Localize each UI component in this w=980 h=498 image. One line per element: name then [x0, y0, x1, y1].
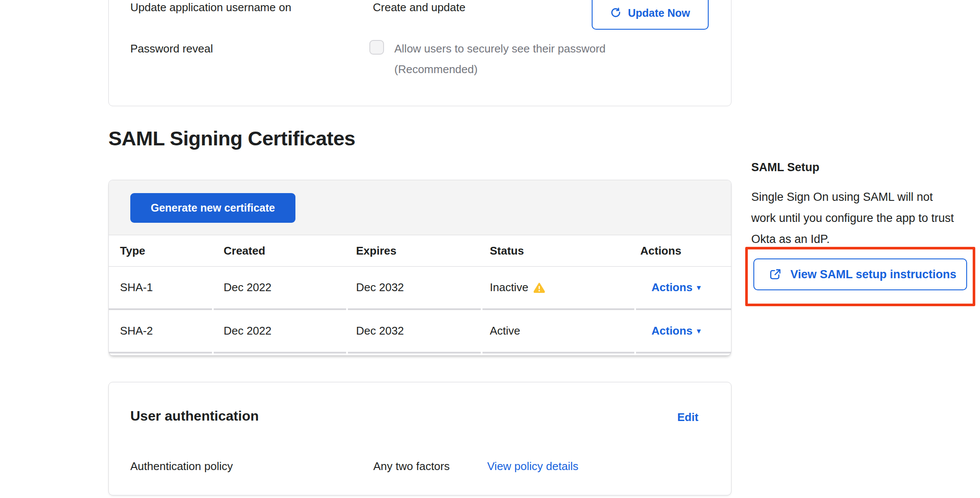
authentication-policy-value: Any two factors [373, 460, 450, 473]
cell-type: SHA-1 [109, 281, 213, 294]
column-header-type: Type [109, 244, 213, 258]
page: Update application username on Create an… [0, 0, 980, 498]
username-update-label: Update application username on [130, 0, 291, 14]
actions-dropdown[interactable]: Actions ▾ [635, 324, 731, 338]
username-update-value: Create and update [373, 0, 465, 14]
warning-icon [534, 283, 545, 293]
caret-down-icon: ▾ [697, 327, 701, 335]
saml-setup-description: Single Sign On using SAML will not work … [751, 187, 957, 250]
refresh-icon [610, 7, 622, 19]
column-header-expires: Expires [347, 244, 482, 258]
cell-type: SHA-2 [109, 324, 213, 338]
actions-label: Actions [651, 281, 692, 294]
saml-setup-title: SAML Setup [751, 161, 820, 174]
authentication-policy-label: Authentication policy [130, 460, 233, 473]
certificates-card-header: Generate new certificate [109, 180, 731, 235]
actions-dropdown[interactable]: Actions ▾ [635, 281, 731, 294]
status-text: Active [490, 324, 520, 338]
view-policy-details-link[interactable]: View policy details [487, 460, 578, 473]
cell-created: Dec 2022 [213, 324, 347, 338]
cell-status: Inactive [482, 281, 635, 294]
page-title: SAML Signing Certificates [108, 126, 355, 150]
cell-created: Dec 2022 [213, 281, 347, 294]
table-row-sha2: SHA-2 Dec 2022 Dec 2032 Active Actions ▾ [109, 310, 731, 352]
password-reveal-recommended-label: (Recommended) [394, 62, 478, 76]
password-reveal-checkbox-label: Allow users to securely see their passwo… [394, 42, 605, 55]
table-row-sha1: SHA-1 Dec 2022 Dec 2032 Inactive Actions… [109, 267, 731, 308]
certificates-table-header: Type Created Expires Status Actions [109, 235, 731, 267]
certificates-card: Generate new certificate Type Created Ex… [108, 180, 731, 356]
update-now-button[interactable]: Update Now [592, 0, 709, 30]
password-reveal-label: Password reveal [130, 42, 213, 55]
edit-link[interactable]: Edit [677, 411, 698, 424]
caret-down-icon: ▾ [697, 283, 701, 292]
actions-label: Actions [651, 324, 692, 338]
generate-certificate-button[interactable]: Generate new certificate [130, 193, 295, 223]
row-separator [109, 352, 731, 354]
column-header-actions: Actions [635, 244, 731, 258]
column-header-created: Created [213, 244, 347, 258]
annotation-highlight-box: View SAML setup instructions [745, 247, 975, 306]
cell-expires: Dec 2032 [347, 281, 482, 294]
column-header-status: Status [482, 244, 635, 258]
provisioning-card: Update application username on Create an… [108, 0, 731, 106]
password-reveal-checkbox[interactable] [369, 40, 384, 55]
status-text: Inactive [490, 281, 528, 294]
external-link-icon [769, 268, 782, 281]
update-now-label: Update Now [628, 7, 690, 19]
view-saml-setup-instructions-label: View SAML setup instructions [790, 268, 956, 281]
user-authentication-card: User authentication Edit Authentication … [108, 382, 731, 495]
user-authentication-title: User authentication [130, 408, 259, 424]
cell-expires: Dec 2032 [347, 324, 482, 338]
view-saml-setup-instructions-button[interactable]: View SAML setup instructions [753, 258, 967, 290]
cell-status: Active [482, 324, 635, 338]
